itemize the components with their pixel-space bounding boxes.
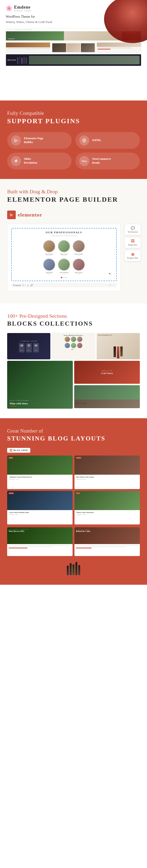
logo-text-group: Emdene SINCE 1989 <box>14 5 31 12</box>
blocks-section-subtitle: 100+ Pre-Designed Sections <box>7 313 140 319</box>
nav-dot <box>9 29 10 30</box>
plugin-name-slider: SliderRevolution <box>24 157 37 165</box>
toolbar-bold[interactable]: B <box>22 284 24 286</box>
profile-img-3 <box>73 241 84 252</box>
plugins-section-subtitle: Fully Compatible <box>7 110 140 116</box>
elementor-toolbar: Paragraph B I U 🔗 ✕ ⋯ <box>11 283 117 287</box>
elementor-selection-outline: OUR PROFESSIONALS Lorem ipsum dolor sit … <box>11 228 117 281</box>
blog-grid-label-box: BLOG GRID <box>7 448 30 453</box>
blocks-grid: COMING SOON 20 Days 35 Hrs 45 Min <box>7 333 140 359</box>
coming-soon-label: COMING SOON <box>20 340 37 342</box>
demo-profile-5: Steve Whitman Vintner <box>58 258 70 274</box>
nav-dot <box>11 29 12 30</box>
svg-rect-1 <box>14 140 18 141</box>
progress-bar-icon: ▦ <box>127 252 138 256</box>
countdown-mins: 45 Min <box>33 343 39 352</box>
elementor-demo-wrapper: 💬 Testimonial 🖼 Image Box ▦ Progress Bar… <box>7 224 140 291</box>
blog-section: Great Number of STUNNING BLOG LAYOUTS BL… <box>0 418 147 585</box>
profile-role-6: Producer <box>73 273 85 274</box>
blocks-stack-right: ABOUT US Craft Cheese OUR ESTATE <box>74 361 140 409</box>
image-box-icon: 🖼 <box>127 239 138 243</box>
toolbar-italic[interactable]: I <box>25 284 26 286</box>
widget-testimonial[interactable]: 💬 Testimonial <box>124 224 141 235</box>
plugin-icon-slider <box>11 156 21 166</box>
svg-rect-11 <box>11 451 12 452</box>
profile-circle-2 <box>58 240 70 252</box>
hero-section: 🌸 Emdene SINCE 1989 WordPress Theme for … <box>0 0 147 100</box>
plugins-section-title: SUPPORT PLUGINS <box>7 117 140 125</box>
deco-bottle-4 <box>75 562 77 575</box>
blog-tag-4: Tour <box>76 492 80 494</box>
plugin-item-elementor: Elementor PageBuilder <box>7 132 72 149</box>
sc-sub-1 <box>52 43 66 52</box>
product-bottle-2 <box>117 346 119 359</box>
block-dots <box>53 349 93 350</box>
prof-circle-2 <box>71 337 76 342</box>
svg-rect-0 <box>14 139 15 140</box>
screenshot-wine-row: RED WINE <box>6 54 141 66</box>
blocks-section: 100+ Pre-Designed Sections BLOCKS COLLEC… <box>0 303 147 418</box>
elementor-section-title: ELEMENTOR PAGE BUILDER <box>7 196 140 204</box>
prof-circle-6 <box>77 343 82 348</box>
floating-widgets-panel: 💬 Testimonial 🖼 Image Box ▦ Progress Bar <box>124 224 141 261</box>
estate-img <box>74 385 140 400</box>
blocks-section-title: BLOCKS COLLECTIONS <box>7 320 140 327</box>
blog-title-2: Best Wines of the Season <box>76 476 138 478</box>
svg-rect-8 <box>10 449 11 450</box>
widget-image-box[interactable]: 🖼 Image Box <box>124 237 141 248</box>
block-about: ABOUT US Craft Cheese <box>74 361 140 384</box>
sc-img-1 <box>6 42 50 48</box>
svg-rect-10 <box>10 451 11 452</box>
toolbar-underline[interactable]: U <box>27 284 29 286</box>
countdown-hours: 35 Hrs <box>26 343 32 352</box>
plugin-item-woo: Woo WooCommerceReady <box>75 153 140 169</box>
bottle-decoration-row <box>7 561 140 575</box>
blog-section-subtitle: Great Number of <box>7 428 140 434</box>
countdown-row: 20 Days 35 Hrs 45 Min <box>19 343 39 352</box>
prof-circle-1 <box>65 337 70 342</box>
profile-circle-5 <box>58 258 70 271</box>
bottle-icon-2 <box>19 56 21 64</box>
widget-progress-bar[interactable]: ▦ Progress Bar <box>124 250 141 261</box>
elementor-logo-text: elementor <box>17 212 42 218</box>
profile-img-6 <box>73 259 84 270</box>
toolbar-close[interactable]: ✕ <box>109 284 111 286</box>
svg-rect-9 <box>11 449 12 450</box>
nav-dot <box>7 29 8 30</box>
widget-label-progress-bar: Progress Bar <box>127 257 138 259</box>
toolbar-link[interactable]: 🔗 <box>30 284 33 286</box>
screenshot-panel-3 <box>97 42 141 53</box>
deco-bottle-5 <box>78 565 80 575</box>
prof-circle-3 <box>77 337 82 342</box>
demo-section-title: OUR PROFESSIONALS <box>14 231 114 234</box>
sc-farm-img <box>29 56 140 64</box>
profile-role-1: Wine Expert <box>43 255 56 256</box>
prof-circle-5 <box>71 343 76 348</box>
blog-meta-2: October 8, 2023 <box>76 478 138 480</box>
blog-title-4: Winery Tour Experience <box>76 512 138 514</box>
dot-1 <box>63 277 65 278</box>
blog-grid-label: BLOG GRID <box>13 449 28 452</box>
prof-circle-4 <box>65 343 70 348</box>
blog-card-2[interactable]: Winery Best Wines of the Season October … <box>74 456 140 489</box>
profile-circle-4 <box>43 258 56 271</box>
elementor-logo: elementor <box>7 211 140 219</box>
blog-card-3[interactable]: Cheese Craft Cheese Pairing Guide Octobe… <box>7 491 73 524</box>
dot-2 <box>66 277 67 278</box>
plugin-name-wpml: WPML <box>92 138 102 142</box>
deco-bottle-3 <box>73 564 74 575</box>
testimonial-icon: 💬 <box>127 226 138 230</box>
brand-since: SINCE 1989 <box>14 10 31 12</box>
blog-img-2: Winery <box>74 456 140 475</box>
widget-label-testimonial: Testimonial <box>127 230 138 233</box>
blog-sc-img-2: WINERY TOUR Behind the Cellar <box>74 527 140 544</box>
svg-rect-7 <box>10 216 12 216</box>
blog-card-1[interactable]: Wine Authentic French Wine Harvest Octob… <box>7 456 73 489</box>
logo-icon: 🌸 <box>6 5 12 11</box>
blog-screenshot-2: WINERY TOUR Behind the Cellar <box>74 527 140 556</box>
toolbar-settings[interactable]: ⋯ <box>113 284 115 286</box>
product-bottle-1 <box>114 346 116 357</box>
blog-card-4[interactable]: Tour Winery Tour Experience October 1, 2… <box>74 491 140 524</box>
demo-profiles-row-2: Joshua Reid Manager Steve Whitman Vintne… <box>14 258 114 274</box>
hero-description: Winery, Wines, Cheese & Craft Food <box>6 20 58 24</box>
